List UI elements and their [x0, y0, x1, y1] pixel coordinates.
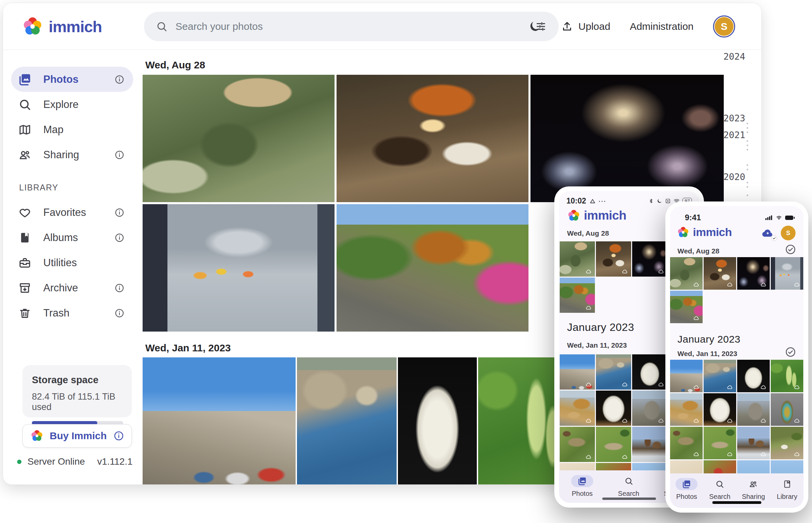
phone2-nav-photos[interactable]: Photos: [675, 478, 697, 501]
photo-thumb-monkeys[interactable]: [670, 257, 703, 290]
nav-label: Search: [709, 493, 730, 501]
select-all-check-icon[interactable]: [785, 346, 796, 358]
search-input[interactable]: [175, 21, 527, 32]
sidebar-item-trash[interactable]: Trash: [11, 301, 133, 326]
timeline-year-2024[interactable]: 2024: [723, 51, 745, 62]
user-avatar[interactable]: S: [713, 15, 735, 38]
photo-thumb-ruins[interactable]: [632, 391, 668, 426]
administration-label: Administration: [630, 21, 694, 32]
photo-thumb-hands[interactable]: [771, 257, 803, 290]
photo-autumn-path[interactable]: [336, 204, 529, 331]
cloud-icon: [693, 418, 700, 424]
sidebar-item-albums[interactable]: Albums: [11, 225, 133, 250]
photo-thumb-dinner[interactable]: [596, 241, 631, 276]
photo-thumb-sculpture2[interactable]: [596, 391, 631, 426]
cloud-icon: [693, 451, 700, 457]
buy-immich-button[interactable]: Buy Immich: [22, 424, 132, 448]
sidebar-item-archive[interactable]: Archive: [11, 275, 133, 301]
phone2-immich-logo: immich: [677, 226, 732, 239]
storage-title: Storage space: [32, 375, 122, 385]
photo-dinner[interactable]: [336, 75, 529, 202]
phone2-nav-library[interactable]: Library: [776, 478, 798, 501]
photo-thumb-winterchurch[interactable]: [632, 427, 668, 462]
phone1-grid-aug: [560, 241, 668, 313]
photo-thumb-lizard1[interactable]: [560, 427, 595, 462]
photo-thumb-berries[interactable]: [771, 360, 803, 392]
timeline-dot: [746, 144, 748, 146]
photo-thumb-castle[interactable]: [560, 354, 595, 390]
photo-monkeys[interactable]: [143, 75, 334, 202]
photo-thumb-fireworks[interactable]: [632, 241, 668, 276]
photo-thumb-fireworks[interactable]: [737, 257, 770, 290]
photo-thumb-autumn[interactable]: [560, 277, 595, 313]
sidebar-label: Photos: [43, 73, 115, 86]
date-group-header-jan: Wed, Jan 11, 2023: [145, 342, 231, 354]
wifi-icon: [775, 215, 782, 221]
cloud-icon: [760, 282, 767, 288]
timeline-year-2023[interactable]: 2023: [723, 113, 745, 123]
timeline-year-2021[interactable]: 2021: [723, 130, 745, 140]
info-icon[interactable]: [115, 233, 124, 243]
immich-logo[interactable]: immich: [22, 16, 102, 37]
home-indicator[interactable]: [602, 498, 656, 500]
info-icon[interactable]: [115, 308, 124, 318]
photo-thumb-bust[interactable]: [737, 360, 770, 392]
sidebar-item-sharing[interactable]: Sharing: [11, 142, 133, 167]
cloud-icon: [760, 451, 767, 457]
sidebar-label: Favorites: [43, 206, 115, 219]
sidebar-item-favorites[interactable]: Favorites: [11, 200, 133, 225]
photo-thumb-castle[interactable]: [670, 360, 703, 392]
info-icon[interactable]: [115, 208, 124, 218]
photo-thumb-bust[interactable]: [632, 354, 668, 390]
photo-thumb-dinner[interactable]: [704, 257, 736, 290]
sidebar-item-explore[interactable]: Explore: [11, 92, 133, 117]
photo-thumb-coastal[interactable]: [704, 360, 736, 392]
timeline-year-2020[interactable]: 2020: [723, 172, 745, 182]
heart-icon: [18, 206, 31, 219]
phone2-nav-search[interactable]: Search: [709, 478, 731, 501]
info-icon[interactable]: [114, 431, 124, 441]
phone2-month-header: January 2023: [677, 333, 741, 345]
photo-thumb-ruins[interactable]: [737, 393, 770, 426]
photo-thumb-autumn[interactable]: [670, 291, 703, 323]
photo-fireworks[interactable]: [531, 75, 724, 202]
administration-link[interactable]: Administration: [630, 21, 694, 32]
sidebar-item-utilities[interactable]: Utilities: [11, 250, 133, 275]
nav-label: Photos: [676, 493, 697, 501]
toolbox-icon: [18, 256, 31, 269]
brand-name: immich: [49, 17, 102, 36]
upload-button[interactable]: Upload: [561, 20, 610, 33]
photo-coastal[interactable]: [297, 357, 397, 485]
photo-thumb-lizard1[interactable]: [670, 427, 703, 459]
phone1-nav-photos[interactable]: Photos: [571, 475, 593, 498]
photo-thumb-lizard2[interactable]: [704, 427, 736, 459]
sidebar-item-map[interactable]: Map: [11, 117, 133, 142]
photo-thumb-trophy[interactable]: [771, 393, 803, 426]
photo-thumb-farmhouse[interactable]: [771, 427, 803, 459]
photo-castle[interactable]: [143, 357, 296, 485]
photo-hands[interactable]: [143, 204, 334, 331]
sidebar-item-photos[interactable]: Photos: [11, 67, 133, 92]
phone2-screen: 9:41 immich: [670, 206, 804, 508]
home-indicator[interactable]: [712, 501, 761, 504]
phone1-nav-search[interactable]: Search: [618, 475, 640, 498]
select-all-check-icon[interactable]: [785, 244, 796, 255]
info-icon[interactable]: [115, 150, 124, 160]
photo-thumb-coastal[interactable]: [596, 354, 631, 390]
photo-bust[interactable]: [398, 357, 477, 485]
info-icon[interactable]: [115, 283, 124, 293]
photo-thumb-sculpture2[interactable]: [704, 393, 736, 426]
phone2-nav-sharing[interactable]: Sharing: [742, 478, 765, 501]
dark-mode-moon-icon[interactable]: [528, 20, 541, 33]
cloud-sync-button[interactable]: [761, 227, 775, 240]
info-icon[interactable]: [115, 74, 124, 85]
status-triangle-icon: [589, 198, 595, 204]
photo-thumb-lizard2[interactable]: [596, 427, 631, 462]
photo-thumb-beachcliff[interactable]: [670, 393, 703, 426]
search-bar[interactable]: [144, 12, 559, 41]
photo-thumb-monkeys[interactable]: [560, 241, 595, 276]
photo-thumb-beachcliff[interactable]: [560, 391, 595, 426]
photos-icon: [682, 480, 691, 488]
user-avatar[interactable]: S: [781, 226, 796, 240]
photo-thumb-winterchurch[interactable]: [737, 427, 770, 459]
